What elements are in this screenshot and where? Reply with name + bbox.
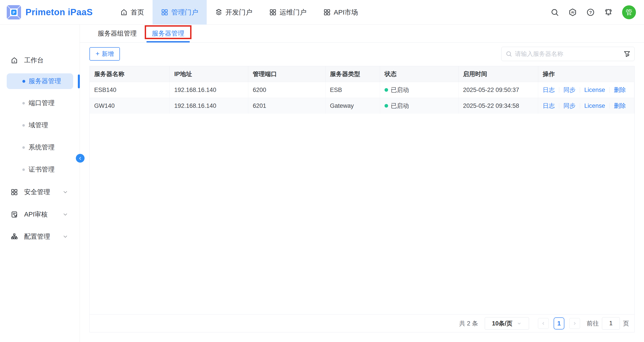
divider <box>580 87 580 93</box>
sidebar-item-certificate-management[interactable]: 证书管理 <box>0 160 80 178</box>
cell-ip: 192.168.16.140 <box>170 98 248 114</box>
nav-item-ops-portal[interactable]: 运维门户 <box>261 0 315 24</box>
tab-server-group-management[interactable]: 服务器组管理 <box>92 24 142 42</box>
cell-port: 6201 <box>248 98 326 114</box>
grid-icon <box>324 9 330 16</box>
nav-item-api-market[interactable]: API市场 <box>315 0 366 24</box>
chevron-down-icon <box>62 189 68 195</box>
table-row: ESB140 192.168.16.140 6200 ESB 已启动 2025-… <box>90 82 634 98</box>
goto-page-input[interactable] <box>602 317 620 330</box>
sidebar: 工作台 资源管理 服务器管理 端口管理 域管理 系统管理 证书管理 <box>0 24 80 342</box>
home-icon <box>11 57 18 64</box>
tab-server-management[interactable]: 服务器管理 <box>146 24 190 42</box>
bullet-dot-icon <box>22 102 25 104</box>
sync-link[interactable]: 同步 <box>564 102 576 110</box>
sidebar-item-security[interactable]: 安全管理 <box>0 181 80 203</box>
brand-name: Primeton iPaaS <box>26 7 92 17</box>
bullet-dot-icon <box>22 146 25 149</box>
page-size-value: 10条/页 <box>492 320 512 328</box>
divider <box>580 103 580 109</box>
nav-label: 管理门户 <box>171 8 198 17</box>
sidebar-item-config-management[interactable]: 配置管理 <box>0 226 80 248</box>
svg-text:P: P <box>12 10 15 15</box>
column-header: 状态 <box>380 66 458 82</box>
tab-label: 服务器组管理 <box>98 29 137 38</box>
column-header: 操作 <box>538 66 634 82</box>
sidebar-item-system-management[interactable]: 系统管理 <box>0 138 80 156</box>
log-link[interactable]: 日志 <box>543 102 555 110</box>
prev-page-button[interactable] <box>538 318 549 329</box>
divider <box>559 87 559 93</box>
chevron-left-icon <box>541 321 546 326</box>
sitemap-icon <box>11 233 18 240</box>
sidebar-item-workbench[interactable]: 工作台 <box>0 49 80 72</box>
column-header: 管理端口 <box>248 66 326 82</box>
column-header: 启用时间 <box>458 66 538 82</box>
log-link[interactable]: 日志 <box>543 86 555 94</box>
sidebar-item-port-management[interactable]: 端口管理 <box>0 94 80 112</box>
sidebar-subitem-label: 服务器管理 <box>29 77 61 86</box>
sync-link[interactable]: 同步 <box>564 86 576 94</box>
page-size-select[interactable]: 10条/页 <box>485 317 529 330</box>
server-table: 服务器名称 IP地址 管理端口 服务器类型 状态 启用时间 操作 ESB140 … <box>90 66 634 332</box>
delete-link[interactable]: 删除 <box>614 86 626 94</box>
bullet-dot-icon <box>22 80 25 83</box>
search-icon <box>506 50 512 57</box>
add-button[interactable]: + 新增 <box>90 47 120 60</box>
cell-ip: 192.168.16.140 <box>170 82 248 98</box>
search-icon[interactable] <box>550 8 559 16</box>
sidebar-collapse-button[interactable] <box>76 154 84 162</box>
sidebar-item-domain-management[interactable]: 域管理 <box>0 116 80 134</box>
grid-icon <box>161 9 168 16</box>
ai-assistant-icon[interactable]: AI <box>568 8 577 16</box>
brand[interactable]: P Primeton iPaaS <box>0 5 92 20</box>
add-button-label: 新增 <box>102 50 114 58</box>
layers-icon <box>215 9 222 16</box>
nav-item-home[interactable]: 首页 <box>112 0 152 24</box>
server-search-input[interactable] <box>515 50 623 58</box>
sidebar-item-api-audit[interactable]: API审核 <box>0 203 80 226</box>
total-count-label: 共 2 条 <box>459 320 478 328</box>
cell-status: 已启动 <box>380 98 458 114</box>
top-header: P Primeton iPaaS 首页 管理门户 开发门户 <box>0 0 644 24</box>
plus-icon: + <box>96 50 100 57</box>
nav-label: 首页 <box>131 8 144 17</box>
license-link[interactable]: License <box>584 102 605 110</box>
toolbar: + 新增 <box>90 47 634 61</box>
user-avatar[interactable]: 管 <box>622 5 636 19</box>
help-icon[interactable]: ? <box>586 8 595 16</box>
doc-check-icon <box>11 211 18 218</box>
bullet-dot-icon <box>22 124 25 126</box>
divider <box>559 103 559 109</box>
cell-start-time: 2025-05-22 09:34:58 <box>458 98 538 114</box>
top-nav: 首页 管理门户 开发门户 运维门户 <box>112 0 366 24</box>
goto-label: 前往 <box>587 320 599 328</box>
sidebar-item-label: 工作台 <box>24 56 44 65</box>
sidebar-item-label: API审核 <box>24 210 48 219</box>
column-header: 服务器名称 <box>90 66 170 82</box>
tab-label: 服务器管理 <box>152 29 184 38</box>
divider <box>609 103 610 109</box>
next-page-button[interactable] <box>569 318 580 329</box>
nav-item-admin-portal[interactable]: 管理门户 <box>152 0 207 24</box>
main-content: 服务器组管理 服务器管理 + 新增 服务器名称 IP地址 管理端口 服务器类型 <box>80 24 644 342</box>
column-header: IP地址 <box>170 66 248 82</box>
cell-start-time: 2025-05-22 09:50:37 <box>458 82 538 98</box>
sidebar-item-label: 安全管理 <box>24 188 50 196</box>
sidebar-item-server-management[interactable]: 服务器管理 <box>7 73 73 89</box>
column-header: 服务器类型 <box>326 66 380 82</box>
cell-status: 已启动 <box>380 82 458 98</box>
cell-type: ESB <box>326 82 380 98</box>
notification-bell-icon[interactable] <box>604 8 613 16</box>
sidebar-subitem-label: 系统管理 <box>29 143 54 152</box>
license-link[interactable]: License <box>584 86 605 94</box>
nav-item-dev-portal[interactable]: 开发门户 <box>207 0 261 24</box>
delete-link[interactable]: 删除 <box>614 102 626 110</box>
chevron-down-icon <box>62 212 68 218</box>
cell-actions: 日志 同步 License 删除 <box>538 82 634 98</box>
divider <box>609 87 610 93</box>
filter-funnel-icon[interactable] <box>623 50 631 58</box>
sidebar-subitem-label: 端口管理 <box>29 99 54 108</box>
page-number-button[interactable]: 1 <box>554 318 564 330</box>
tab-bar: 服务器组管理 服务器管理 <box>80 24 644 42</box>
